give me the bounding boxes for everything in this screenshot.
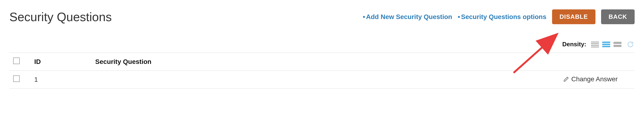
disable-button[interactable]: DISABLE [552,10,596,24]
page-title: Security Questions [10,10,112,24]
density-label: Density: [562,41,586,48]
table-toolbar: Density: [10,41,634,48]
density-compact-icon[interactable] [591,41,599,48]
svg-rect-3 [591,47,599,47]
security-questions-options-link[interactable]: •Security Questions options [458,13,546,21]
refresh-icon[interactable] [627,41,634,48]
table-header-row: ID Security Question [10,53,634,71]
svg-rect-2 [591,45,599,46]
svg-rect-1 [591,43,599,44]
svg-rect-7 [614,42,622,44]
options-label: Security Questions options [461,13,546,21]
header-actions: •Add New Security Question •Security Que… [363,10,634,24]
svg-rect-5 [602,44,610,45]
svg-rect-6 [602,46,610,47]
change-answer-link[interactable]: Change Answer [563,75,618,83]
header-question[interactable]: Security Question [92,53,560,71]
change-answer-label: Change Answer [571,75,618,83]
svg-rect-0 [591,42,599,43]
density-medium-icon[interactable] [602,41,610,48]
header-id[interactable]: ID [30,53,92,71]
row-checkbox-cell [10,71,30,89]
page-header: Security Questions •Add New Security Que… [10,10,634,24]
add-new-label: Add New Security Question [366,13,452,21]
table-row: 1 Change Answer [10,71,634,89]
row-checkbox[interactable] [13,75,20,82]
svg-rect-8 [614,45,622,47]
add-new-security-question-link[interactable]: •Add New Security Question [363,13,452,21]
security-questions-table: ID Security Question 1 Change Answer [10,53,634,89]
row-action-cell: Change Answer [560,71,634,89]
row-question [92,71,560,89]
select-all-checkbox[interactable] [13,58,20,64]
header-checkbox-cell [10,53,30,71]
density-large-icon[interactable] [614,41,622,48]
back-button[interactable]: BACK [601,10,634,24]
pencil-icon [563,76,569,82]
header-action [560,53,634,71]
svg-rect-4 [602,42,610,43]
row-id: 1 [30,71,92,89]
